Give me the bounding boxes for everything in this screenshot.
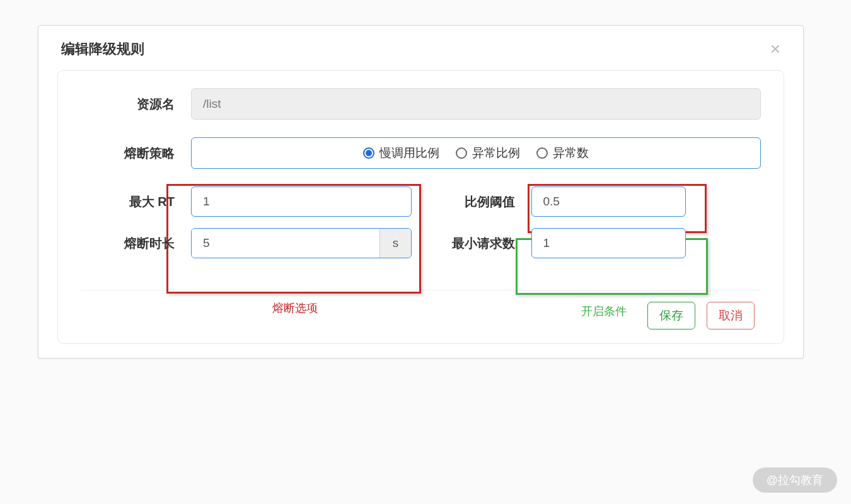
radio-exception-ratio[interactable]: 异常比例: [456, 145, 520, 161]
annotation-label-break-options: 熔断选项: [272, 301, 318, 316]
radio-exception-count-label: 异常数: [553, 145, 589, 161]
strategy-radio-group: 慢调用比例 异常比例 异常数: [191, 137, 761, 169]
col-break-time: 熔断时长 s: [81, 228, 421, 258]
label-strategy: 熔断策略: [81, 145, 191, 162]
ratio-input[interactable]: [531, 186, 686, 217]
cancel-button[interactable]: 取消: [707, 302, 755, 329]
radio-dot-icon: [536, 147, 548, 159]
max-rt-input[interactable]: [191, 186, 412, 217]
row-strategy: 熔断策略 慢调用比例 异常比例 异常数: [81, 137, 761, 169]
col-ratio: 比例阈值: [421, 186, 761, 217]
label-min-req: 最小请求数: [421, 235, 531, 252]
break-time-unit: s: [379, 229, 411, 258]
col-min-req: 最小请求数: [421, 228, 761, 258]
col-max-rt: 最大 RT: [81, 186, 421, 217]
modal-title: 编辑降级规则: [61, 40, 144, 59]
row-breaktime-minreq: 熔断时长 s 最小请求数: [81, 228, 761, 258]
break-time-input[interactable]: [192, 229, 379, 258]
min-req-input[interactable]: [531, 228, 686, 258]
radio-slow-call-label: 慢调用比例: [379, 145, 439, 161]
row-rt-ratio: 最大 RT 比例阈值: [81, 186, 761, 217]
save-button[interactable]: 保存: [647, 302, 695, 329]
close-icon[interactable]: ×: [770, 40, 780, 58]
modal-body: 熔断选项 开启条件 资源名 熔断策略 慢调用比例 异常比例 异常数: [57, 70, 784, 344]
watermark: @拉勾教育: [753, 467, 837, 493]
annotation-label-start-condition: 开启条件: [581, 304, 627, 319]
label-max-rt: 最大 RT: [81, 193, 191, 210]
radio-slow-call[interactable]: 慢调用比例: [363, 145, 439, 161]
label-break-time: 熔断时长: [81, 235, 191, 252]
label-resource: 资源名: [81, 96, 191, 113]
action-buttons: 保存 取消: [81, 302, 761, 329]
radio-dot-checked-icon: [363, 147, 374, 159]
row-resource: 资源名: [81, 88, 761, 120]
radio-exception-ratio-label: 异常比例: [472, 145, 520, 161]
label-ratio: 比例阈值: [421, 193, 531, 210]
edit-degrade-rule-modal: 编辑降级规则 × 熔断选项 开启条件 资源名 熔断策略 慢调用比例 异常比例: [38, 25, 804, 358]
resource-input[interactable]: [191, 88, 761, 120]
divider: [81, 290, 761, 290]
radio-dot-icon: [456, 147, 467, 159]
break-time-input-group: s: [191, 228, 412, 258]
modal-header: 编辑降级规则 ×: [38, 26, 803, 70]
radio-exception-count[interactable]: 异常数: [536, 145, 589, 161]
